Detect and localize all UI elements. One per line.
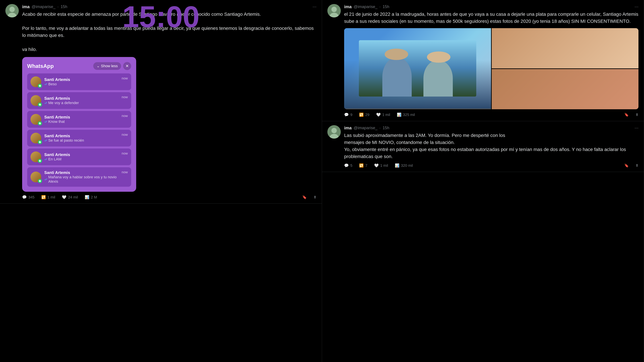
notif-msg-4: En LAM xyxy=(44,157,118,161)
notif-name-4: Santi Artemis xyxy=(44,152,118,157)
tweet-3-header: ima @imaparise_ · 15h ··· xyxy=(344,125,638,131)
notif-content-3: Santi Artemis Se fue al pasto recién xyxy=(44,134,118,143)
close-icon: ✕ xyxy=(126,64,129,68)
notification-item-1[interactable]: Santi Artemis Me voy a defender now xyxy=(27,92,131,109)
tweet-dot-3: · xyxy=(380,125,381,130)
retweet-icon-2: 🔁 xyxy=(359,113,364,117)
comment-action-1[interactable]: 💬 345 xyxy=(22,195,34,199)
comment-icon-1: 💬 xyxy=(22,195,27,199)
comment-action-3[interactable]: 💬 5 xyxy=(344,163,352,168)
retweet-action-3[interactable]: 🔁 7 xyxy=(359,163,367,168)
image-left xyxy=(344,28,491,109)
whatsapp-badge-5 xyxy=(38,179,42,183)
notif-avatar-2 xyxy=(30,114,41,125)
views-action-1[interactable]: 📊 2 M xyxy=(85,195,97,199)
views-action-2[interactable]: 📊 325 mil xyxy=(397,113,415,117)
retweet-icon-3: 🔁 xyxy=(359,163,364,168)
bookmark-action-3[interactable]: 🔖 xyxy=(624,163,629,168)
like-icon-2: 🤍 xyxy=(376,113,381,117)
notif-name-1: Santi Artemis xyxy=(44,96,118,101)
notif-content-4: Santi Artemis En LAM xyxy=(44,152,118,161)
comment-count-3: 5 xyxy=(350,163,352,168)
image-grid xyxy=(344,28,638,109)
whatsapp-badge-2 xyxy=(38,121,42,125)
image-bottom-right xyxy=(492,69,639,109)
notification-item-0[interactable]: Santi Artemis Beso now xyxy=(27,73,131,90)
tweet-2-actions: 💬 9 🔁 29 🤍 1 mil 📊 325 mil 🔖 xyxy=(344,113,638,117)
whatsapp-badge-4 xyxy=(38,159,42,163)
notif-content-2: Santi Artemis Know that xyxy=(44,115,118,124)
avatar-3 xyxy=(327,125,341,139)
whatsapp-badge-3 xyxy=(38,140,42,144)
tweet-2-meta: ima @imaparise_ · 15h xyxy=(344,4,389,9)
retweet-action-1[interactable]: 🔁 1 mil xyxy=(41,195,55,199)
notification-item-5[interactable]: Santi Artemis Mañana voy a hablar sobre … xyxy=(27,167,131,187)
notif-time-2: now xyxy=(122,114,128,118)
photo-top-right xyxy=(492,28,639,68)
notif-time-5: now xyxy=(122,170,128,174)
share-icon-2: ⬆ xyxy=(636,113,638,117)
show-less-label: Show less xyxy=(101,64,118,68)
share-action-3[interactable]: ⬆ xyxy=(636,163,638,168)
bookmark-action-1[interactable]: 🔖 xyxy=(302,195,307,199)
close-button[interactable]: ✕ xyxy=(123,62,131,70)
notif-content-1: Santi Artemis Me voy a defender xyxy=(44,96,118,105)
notif-content-0: Santi Artemis Beso xyxy=(44,77,118,86)
time-overlay: 15:00 xyxy=(0,0,322,32)
notification-item-4[interactable]: Santi Artemis En LAM now xyxy=(27,148,131,165)
tweet-3-text: Las subió aproximadamente a las 2AM. Yo … xyxy=(344,132,638,160)
user-handle-2: @imaparise_ xyxy=(354,4,378,9)
notif-avatar-1 xyxy=(30,95,41,106)
tweet-3-body: ima @imaparise_ · 15h ··· Las subió apro… xyxy=(344,125,638,168)
share-action-2[interactable]: ⬆ xyxy=(636,113,638,117)
notification-item-2[interactable]: Santi Artemis Know that now xyxy=(27,111,131,128)
retweet-action-2[interactable]: 🔁 29 xyxy=(359,113,369,117)
more-button-2[interactable]: ··· xyxy=(634,4,638,9)
tweet-3-actions: 💬 5 🔁 7 🤍 1 mil 📊 320 mil 🔖 xyxy=(344,163,638,168)
show-less-button[interactable]: ⌄ Show less xyxy=(93,62,121,70)
like-action-2[interactable]: 🤍 1 mil xyxy=(376,113,390,117)
tweet-2: ima @imaparise_ · 15h ··· el 21 de junio… xyxy=(322,0,644,121)
like-icon-1: 🤍 xyxy=(62,195,66,199)
like-action-1[interactable]: 🤍 24 mil xyxy=(62,195,78,199)
image-top-right xyxy=(492,28,639,68)
notif-msg-0: Beso xyxy=(44,82,118,86)
share-icon-1: ⬆ xyxy=(314,195,316,199)
whatsapp-title: WhatsApp xyxy=(27,63,54,69)
notif-name-2: Santi Artemis xyxy=(44,115,118,119)
photo-bottom-right xyxy=(492,69,639,109)
whatsapp-header: WhatsApp ⌄ Show less ✕ xyxy=(27,62,131,70)
tweet-3: ima @imaparise_ · 15h ··· Las subió apro… xyxy=(322,121,644,172)
notification-list: Santi Artemis Beso now Santi Artemis xyxy=(27,73,131,187)
tweet-2-body: ima @imaparise_ · 15h ··· el 21 de junio… xyxy=(344,4,638,117)
whatsapp-controls[interactable]: ⌄ Show less ✕ xyxy=(93,62,131,70)
notif-name-0: Santi Artemis xyxy=(44,77,118,82)
tweet-1-actions: 💬 345 🔁 1 mil 🤍 24 mil 📊 2 M 🔖 xyxy=(22,195,316,199)
comment-action-2[interactable]: 💬 9 xyxy=(344,113,352,117)
views-action-3[interactable]: 📊 320 mil xyxy=(395,163,413,168)
user-handle-3: @imaparise_ xyxy=(354,125,378,130)
like-count-3: 1 mil xyxy=(380,163,388,168)
tweet-1-body: ima @imaparise_ · 15h ··· Acabo de recib… xyxy=(22,4,316,199)
notif-avatar-0 xyxy=(30,76,41,87)
notif-msg-2: Know that xyxy=(44,119,118,124)
notification-item-3[interactable]: Santi Artemis Se fue al pasto recién now xyxy=(27,130,131,146)
svg-point-4 xyxy=(332,7,337,12)
views-count-1: 2 M xyxy=(91,195,97,199)
retweet-count-1: 1 mil xyxy=(48,195,55,199)
notif-name-5: Santi Artemis xyxy=(44,170,118,175)
share-action-1[interactable]: ⬆ xyxy=(314,195,316,199)
views-icon-2: 📊 xyxy=(397,113,401,117)
bookmark-action-2[interactable]: 🔖 xyxy=(624,113,629,117)
views-icon-3: 📊 xyxy=(395,163,399,168)
right-column: ima @imaparise_ · 15h ··· el 21 de junio… xyxy=(322,0,644,362)
tweet-dot-2: · xyxy=(380,4,381,9)
like-action-3[interactable]: 🤍 1 mil xyxy=(374,163,388,168)
bookmark-icon-2: 🔖 xyxy=(624,113,629,117)
notif-time-0: now xyxy=(122,76,128,80)
more-button-3[interactable]: ··· xyxy=(634,125,638,131)
bookmark-icon-1: 🔖 xyxy=(302,195,307,199)
tweet-time-2: 15h xyxy=(382,4,389,9)
comment-icon-3: 💬 xyxy=(344,163,349,168)
retweet-count-3: 7 xyxy=(365,163,367,168)
